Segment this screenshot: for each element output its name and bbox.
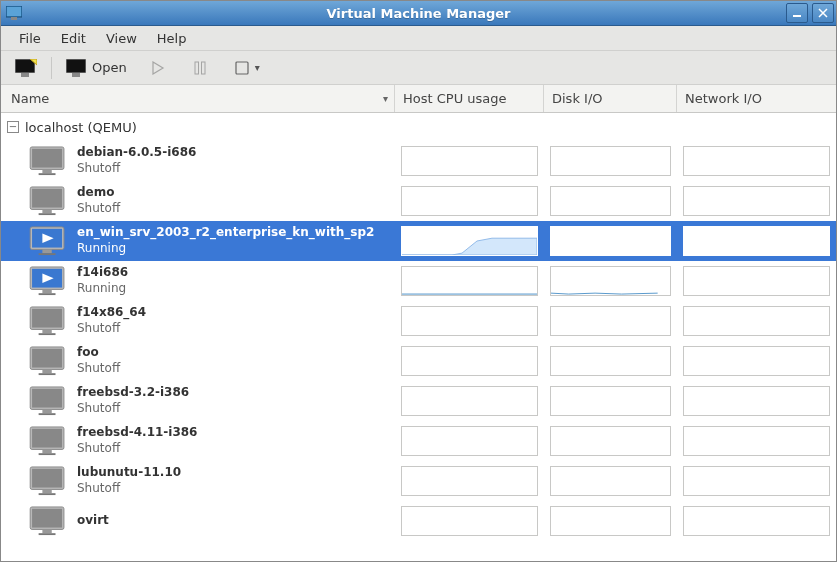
- vm-disk-graph: [544, 341, 677, 381]
- graph-box: [401, 306, 538, 336]
- svg-rect-2: [11, 17, 17, 20]
- vm-status-label: Shutoff: [77, 321, 146, 337]
- vm-net-graph: [677, 501, 836, 541]
- vm-name-cell: debian-6.0.5-i686Shutoff: [1, 141, 395, 181]
- vm-status-label: Shutoff: [77, 201, 120, 217]
- svg-rect-1: [7, 7, 21, 16]
- pause-button[interactable]: [183, 55, 217, 81]
- vm-status-label: Shutoff: [77, 401, 189, 417]
- vm-status-label: Shutoff: [77, 441, 197, 457]
- vm-text: fooShutoff: [77, 345, 120, 376]
- vm-name-label: f14i686: [77, 265, 128, 281]
- vm-row[interactable]: ovirt: [1, 501, 836, 541]
- vm-net-graph: [677, 381, 836, 421]
- column-name[interactable]: Name ▾: [1, 85, 395, 112]
- close-button[interactable]: [812, 3, 834, 23]
- vm-name-label: demo: [77, 185, 120, 201]
- graph-box: [683, 346, 830, 376]
- vm-text: freebsd-4.11-i386Shutoff: [77, 425, 197, 456]
- vm-disk-graph: [544, 461, 677, 501]
- graph-box: [550, 146, 671, 176]
- minimize-button[interactable]: [786, 3, 808, 23]
- vm-row[interactable]: freebsd-4.11-i386Shutoff: [1, 421, 836, 461]
- vm-cpu-graph: [395, 341, 544, 381]
- vm-text: debian-6.0.5-i686Shutoff: [77, 145, 196, 176]
- open-button[interactable]: Open: [60, 55, 133, 81]
- monitor-off-icon: [29, 466, 67, 496]
- vm-name-cell: en_win_srv_2003_r2_enterprise_kn_with_sp…: [1, 221, 395, 261]
- host-row[interactable]: − localhost (QEMU): [1, 113, 836, 141]
- vm-name-label: freebsd-3.2-i386: [77, 385, 189, 401]
- menu-help[interactable]: Help: [147, 28, 197, 49]
- menu-view[interactable]: View: [96, 28, 147, 49]
- column-headers: Name ▾ Host CPU usage Disk I/O Network I…: [1, 85, 836, 113]
- vm-cpu-graph: [395, 381, 544, 421]
- vm-row[interactable]: lubunutu-11.10Shutoff: [1, 461, 836, 501]
- vm-disk-graph: [544, 301, 677, 341]
- menu-edit[interactable]: Edit: [51, 28, 96, 49]
- vm-cpu-graph: [395, 461, 544, 501]
- vm-status-label: Shutoff: [77, 361, 120, 377]
- vm-row[interactable]: debian-6.0.5-i686Shutoff: [1, 141, 836, 181]
- vm-name-cell: fooShutoff: [1, 341, 395, 381]
- menubar: File Edit View Help: [1, 26, 836, 51]
- graph-box: [401, 146, 538, 176]
- play-icon: [147, 59, 169, 77]
- vm-net-graph: [677, 301, 836, 341]
- window-title: Virtual Machine Manager: [327, 6, 511, 21]
- shutdown-dropdown-button[interactable]: ▾: [225, 55, 266, 81]
- vm-row[interactable]: f14i686Running: [1, 261, 836, 301]
- vm-name-label: foo: [77, 345, 120, 361]
- vm-status-label: Shutoff: [77, 161, 196, 177]
- vm-cpu-graph: [395, 501, 544, 541]
- vm-disk-graph: [544, 181, 677, 221]
- vm-row[interactable]: f14x86_64Shutoff: [1, 301, 836, 341]
- column-net[interactable]: Network I/O: [677, 85, 822, 112]
- chevron-down-icon: ▾: [255, 62, 260, 73]
- monitor-off-icon: [29, 426, 67, 456]
- column-disk[interactable]: Disk I/O: [544, 85, 677, 112]
- vm-row[interactable]: freebsd-3.2-i386Shutoff: [1, 381, 836, 421]
- vm-cpu-graph: [395, 421, 544, 461]
- vm-status-label: Running: [77, 241, 374, 257]
- expand-toggle[interactable]: −: [7, 121, 19, 133]
- vm-name-cell: freebsd-3.2-i386Shutoff: [1, 381, 395, 421]
- vm-text: en_win_srv_2003_r2_enterprise_kn_with_sp…: [77, 225, 374, 256]
- vm-net-graph: [677, 141, 836, 181]
- graph-box: [683, 426, 830, 456]
- graph-box: [401, 186, 538, 216]
- vm-name-cell: f14x86_64Shutoff: [1, 301, 395, 341]
- vm-name-cell: f14i686Running: [1, 261, 395, 301]
- vm-row[interactable]: en_win_srv_2003_r2_enterprise_kn_with_sp…: [1, 221, 836, 261]
- vm-net-graph: [677, 221, 836, 261]
- stop-icon: [231, 59, 253, 77]
- column-cpu[interactable]: Host CPU usage: [395, 85, 544, 112]
- graph-box: [683, 186, 830, 216]
- run-button[interactable]: [141, 55, 175, 81]
- vm-row[interactable]: fooShutoff: [1, 341, 836, 381]
- vm-row[interactable]: demoShutoff: [1, 181, 836, 221]
- menu-file[interactable]: File: [9, 28, 51, 49]
- vm-name-label: debian-6.0.5-i686: [77, 145, 196, 161]
- vm-text: lubunutu-11.10Shutoff: [77, 465, 181, 496]
- new-vm-button[interactable]: [9, 55, 43, 81]
- vm-cpu-graph: [395, 221, 544, 261]
- vm-cpu-graph: [395, 261, 544, 301]
- vm-list[interactable]: − localhost (QEMU) debian-6.0.5-i686Shut…: [1, 113, 836, 561]
- graph-box: [683, 266, 830, 296]
- vm-name-cell: demoShutoff: [1, 181, 395, 221]
- app-icon: [5, 4, 23, 22]
- monitor-running-icon: [29, 226, 67, 256]
- svg-marker-11: [153, 62, 163, 74]
- graph-box: [683, 386, 830, 416]
- monitor-off-icon: [29, 306, 67, 336]
- vm-disk-graph: [544, 141, 677, 181]
- graph-box: [550, 306, 671, 336]
- vm-name-cell: lubunutu-11.10Shutoff: [1, 461, 395, 501]
- column-name-label: Name: [11, 91, 49, 106]
- vm-name-label: freebsd-4.11-i386: [77, 425, 197, 441]
- monitor-open-icon: [66, 59, 88, 77]
- host-label: localhost (QEMU): [25, 120, 137, 135]
- graph-box: [401, 386, 538, 416]
- pause-icon: [189, 59, 211, 77]
